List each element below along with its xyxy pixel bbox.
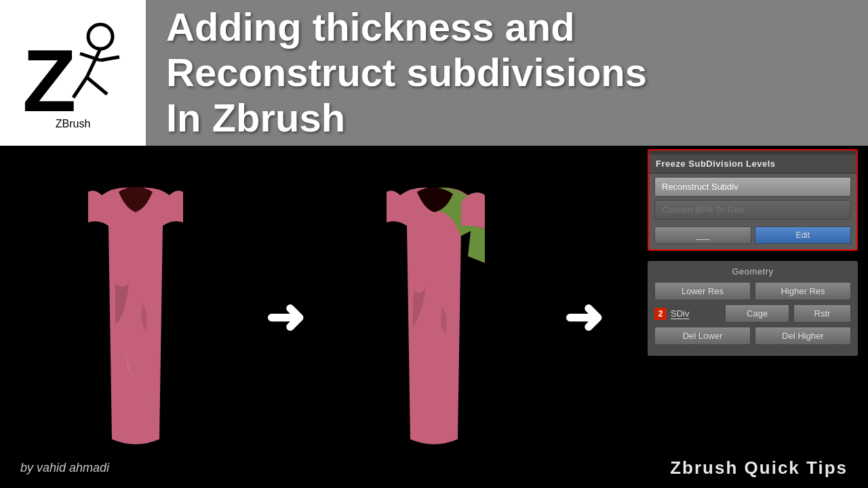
- svg-point-1: [88, 24, 113, 49]
- logo-text: ZBrush: [56, 118, 91, 130]
- footer: by vahid ahmadi Zbrush Quick Tips: [0, 447, 868, 488]
- panel-bottom-btn2[interactable]: Edit: [755, 226, 852, 244]
- header: Z ZBrush Adding thickness and Reconstruc…: [0, 0, 868, 146]
- rstr-button[interactable]: Rstr: [793, 304, 851, 323]
- page-title: Adding thickness and Reconstruct subdivi…: [166, 5, 848, 140]
- lower-res-button[interactable]: Lower Res: [654, 282, 751, 300]
- author-text: by vahid ahmadi: [20, 461, 109, 475]
- svg-line-6: [100, 57, 119, 60]
- brand-text: Zbrush Quick Tips: [670, 458, 848, 479]
- svg-line-2: [87, 49, 100, 77]
- svg-text:Z: Z: [22, 31, 76, 118]
- cage-button[interactable]: Cage: [725, 304, 789, 323]
- reconstruct-subdiv-button[interactable]: Reconstruct Subdiv: [654, 177, 851, 197]
- geometry-row-2: 2 SDiv Cage Rstr: [654, 304, 851, 323]
- main-content: ➜ ➜: [0, 146, 868, 488]
- svg-line-4: [87, 77, 107, 94]
- right-panel: Freeze SubDivision Levels Reconstruct Su…: [637, 146, 868, 488]
- del-higher-button[interactable]: Del Higher: [755, 327, 851, 345]
- freeze-panel-title: Freeze SubDivision Levels: [649, 155, 856, 174]
- zbrush-logo-icon: Z: [19, 16, 127, 118]
- geometry-row-1: Lower Res Higher Res: [654, 282, 851, 300]
- model-2: [319, 168, 549, 466]
- geometry-title: Geometry: [654, 266, 851, 277]
- title-area: Adding thickness and Reconstruct subdivi…: [146, 0, 868, 155]
- shirt-model-1-icon: [47, 182, 224, 453]
- arrow-2: ➜: [549, 289, 617, 345]
- del-lower-button[interactable]: Del Lower: [654, 327, 751, 345]
- geometry-row-3: Del Lower Del Higher: [654, 327, 851, 345]
- panel-bottom-row: ___ Edit: [649, 223, 856, 249]
- sdiv-area: 2 SDiv: [654, 308, 721, 320]
- geometry-panel: Geometry Lower Res Higher Res 2 SDiv Cag…: [648, 261, 858, 356]
- model-1: [20, 168, 251, 466]
- higher-res-button[interactable]: Higher Res: [755, 282, 851, 300]
- freeze-subdivision-panel: Freeze SubDivision Levels Reconstruct Su…: [648, 149, 858, 251]
- sdiv-label[interactable]: SDiv: [671, 308, 689, 319]
- logo-area: Z ZBrush: [0, 0, 146, 146]
- panel-bottom-btn1[interactable]: ___: [654, 226, 751, 244]
- models-area: ➜ ➜: [0, 146, 637, 488]
- sdiv-badge: 2: [654, 308, 667, 320]
- convert-bpr-button[interactable]: Convert BPR To Geo: [654, 200, 851, 220]
- shirt-model-2-icon: [346, 182, 522, 453]
- arrow-1: ➜: [251, 289, 319, 345]
